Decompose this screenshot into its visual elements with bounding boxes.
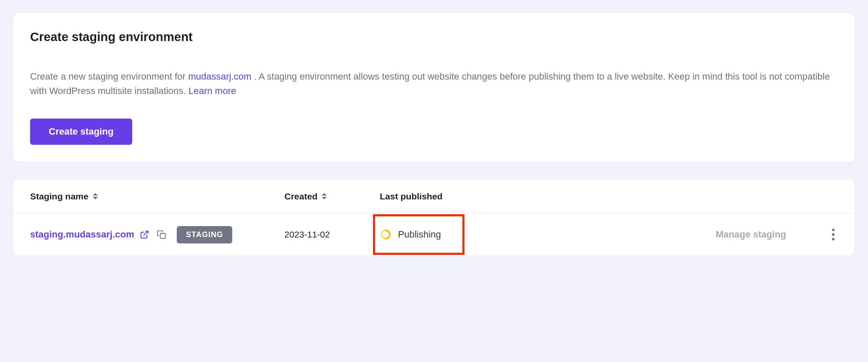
manage-staging-button[interactable]: Manage staging	[716, 229, 786, 240]
create-staging-card: Create staging environment Create a new …	[13, 13, 855, 162]
row-actions-menu-icon[interactable]	[829, 225, 838, 244]
spinner-icon	[380, 229, 391, 240]
sort-icon[interactable]	[322, 193, 327, 199]
staging-badge: STAGING	[177, 226, 233, 243]
desc-prefix: Create a new staging environment for	[30, 71, 188, 82]
status-text: Publishing	[398, 229, 441, 240]
domain-link[interactable]: mudassarj.com	[188, 71, 251, 82]
header-label: Created	[284, 191, 317, 202]
svg-line-0	[144, 231, 148, 235]
publishing-status: Publishing	[373, 214, 465, 255]
header-last-published: Last published	[380, 191, 524, 202]
header-label: Staging name	[30, 191, 89, 202]
table-row: staging.mudassarj.com STAGING	[13, 213, 855, 256]
external-link-icon[interactable]	[139, 229, 150, 240]
header-label: Last published	[380, 191, 442, 202]
table-header-row: Staging name Created Last published	[13, 180, 855, 213]
created-date: 2023-11-02	[284, 229, 330, 240]
create-staging-button[interactable]: Create staging	[30, 119, 132, 145]
header-staging-name[interactable]: Staging name	[30, 191, 284, 202]
card-title: Create staging environment	[30, 30, 838, 44]
card-description: Create a new staging environment for mud…	[30, 69, 838, 98]
svg-rect-1	[160, 233, 165, 238]
sort-icon[interactable]	[93, 193, 98, 199]
staging-table: Staging name Created Last published stag…	[13, 179, 855, 256]
staging-name-link[interactable]: staging.mudassarj.com	[30, 229, 134, 240]
learn-more-link[interactable]: Learn more	[189, 86, 236, 96]
header-created[interactable]: Created	[284, 191, 380, 202]
copy-icon[interactable]	[156, 229, 167, 240]
